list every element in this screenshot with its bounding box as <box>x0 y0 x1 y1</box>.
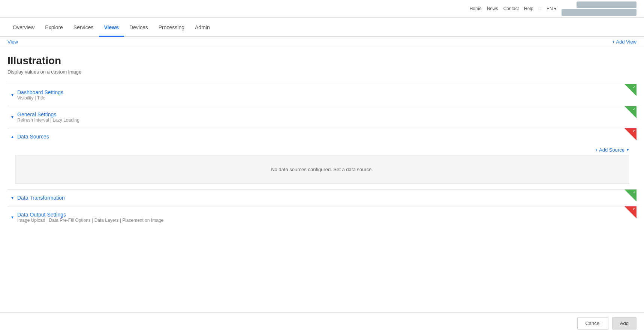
dashboard-settings-chevron: ▾ <box>11 92 13 98</box>
page-subtitle: Display values on a custom image <box>7 69 637 75</box>
add-view-button[interactable]: + Add View <box>612 39 637 45</box>
user-info <box>577 2 637 8</box>
general-settings-sub: Refresh Interval | Lazy Loading <box>17 117 79 123</box>
data-output-settings-badge-icon: ⊘ <box>633 207 636 211</box>
data-sources-badge: ⊘ <box>625 128 637 140</box>
main-content: Illustration Display values on a custom … <box>0 47 644 258</box>
section-dashboard-settings: ▾ Dashboard Settings Visibility | Title … <box>7 84 637 106</box>
data-sources-inner: Data Sources <box>17 134 49 140</box>
data-output-settings-chevron: ▾ <box>11 215 13 220</box>
data-transformation-header[interactable]: ▾ Data Transformation ✓ <box>7 190 637 206</box>
dashboard-settings-badge-icon: ✓ <box>633 85 636 89</box>
data-output-settings-badge: ⊘ <box>625 206 637 218</box>
data-sources-content: + Add Source ▾ No data sources configure… <box>7 145 637 189</box>
data-transformation-badge: ✓ <box>625 190 637 202</box>
general-settings-title: General Settings <box>17 111 79 117</box>
dashboard-settings-badge: ✓ <box>625 84 637 96</box>
data-sources-title: Data Sources <box>17 134 49 140</box>
nav-devices[interactable]: Devices <box>124 18 153 37</box>
data-sources-badge-icon: ⊘ <box>633 129 636 133</box>
general-settings-header[interactable]: ▾ General Settings Refresh Interval | La… <box>7 106 637 128</box>
dashboard-settings-sub: Visibility | Title <box>17 95 63 101</box>
dashboard-settings-inner: Dashboard Settings Visibility | Title <box>17 89 63 101</box>
data-output-settings-sub: Image Upload | Data Pre-Fill Options | D… <box>17 218 163 223</box>
nav-services[interactable]: Services <box>68 18 99 37</box>
no-data-text: No data sources configured. Set a data s… <box>271 167 373 172</box>
sub-nav: View + Add View <box>0 37 644 47</box>
page-title: Illustration <box>7 55 637 67</box>
general-settings-inner: General Settings Refresh Interval | Lazy… <box>17 111 79 123</box>
nav-views[interactable]: Views <box>99 18 124 37</box>
general-settings-chevron: ▾ <box>11 114 13 120</box>
section-data-sources: ▴ Data Sources ⊘ + Add Source ▾ No data … <box>7 128 637 189</box>
dashboard-settings-header[interactable]: ▾ Dashboard Settings Visibility | Title … <box>7 84 637 106</box>
general-settings-badge: ✓ <box>625 106 637 118</box>
data-output-settings-inner: Data Output Settings Image Upload | Data… <box>17 212 163 223</box>
top-bar-right <box>562 2 637 16</box>
section-general-settings: ▾ General Settings Refresh Interval | La… <box>7 106 637 128</box>
news-link[interactable]: News <box>487 6 498 11</box>
top-bar: Home News Contact Help □ EN ▾ <box>0 0 644 18</box>
no-data-message: No data sources configured. Set a data s… <box>15 155 629 184</box>
data-sources-header[interactable]: ▴ Data Sources ⊘ <box>7 128 637 145</box>
data-transformation-inner: Data Transformation <box>17 195 65 201</box>
general-settings-badge-icon: ✓ <box>633 107 636 111</box>
add-source-button[interactable]: + Add Source <box>595 147 625 153</box>
data-sources-chevron: ▴ <box>11 134 13 139</box>
data-output-settings-title: Data Output Settings <box>17 212 163 218</box>
nav-overview[interactable]: Overview <box>7 18 40 37</box>
main-nav: Overview Explore Services Views Devices … <box>0 18 644 37</box>
section-data-transformation: ▾ Data Transformation ✓ <box>7 189 637 206</box>
help-link[interactable]: Help <box>524 6 533 11</box>
nav-admin[interactable]: Admin <box>190 18 215 37</box>
nav-explore[interactable]: Explore <box>40 18 68 37</box>
home-link[interactable]: Home <box>470 6 482 11</box>
contact-link[interactable]: Contact <box>503 6 519 11</box>
add-source-chevron[interactable]: ▾ <box>627 147 629 152</box>
data-output-settings-header[interactable]: ▾ Data Output Settings Image Upload | Da… <box>7 206 637 228</box>
dashboard-settings-title: Dashboard Settings <box>17 89 63 95</box>
top-bar-links: Home News Contact Help □ EN ▾ <box>470 6 556 11</box>
nav-processing[interactable]: Processing <box>153 18 190 37</box>
data-transformation-chevron: ▾ <box>11 195 13 200</box>
section-data-output-settings: ▾ Data Output Settings Image Upload | Da… <box>7 206 637 228</box>
data-transformation-badge-icon: ✓ <box>633 190 636 194</box>
data-transformation-title: Data Transformation <box>17 195 65 201</box>
org-info <box>562 9 637 16</box>
sub-nav-item[interactable]: View <box>7 39 18 45</box>
add-source-row: + Add Source ▾ <box>11 145 633 155</box>
